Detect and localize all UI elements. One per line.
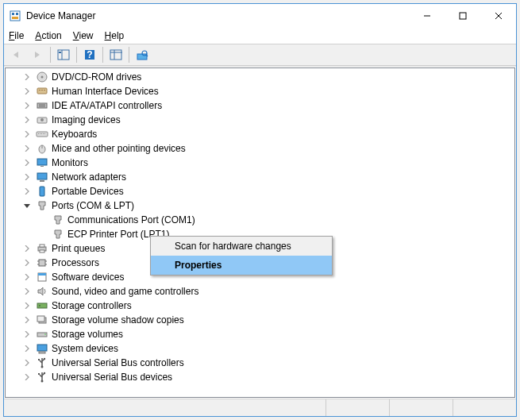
expand-icon[interactable]	[21, 272, 33, 283]
svg-rect-25	[37, 103, 47, 108]
expand-icon[interactable]	[21, 171, 33, 183]
ctx-properties[interactable]: Properties	[151, 256, 332, 275]
collapse-icon[interactable]	[21, 200, 33, 211]
context-menu: Scan for hardware changes Properties	[150, 236, 333, 276]
expand-icon[interactable]	[21, 286, 33, 297]
scan-hardware-button[interactable]	[133, 46, 152, 64]
menubar: File Action View Help	[4, 28, 516, 44]
svg-rect-10	[59, 52, 61, 53]
app-icon	[9, 10, 21, 22]
svg-rect-44	[40, 245, 44, 247]
svg-rect-40	[37, 173, 47, 179]
mouse-icon	[36, 142, 48, 155]
tree-node-hid[interactable]: Human Interface Devices	[6, 84, 514, 98]
expand-icon[interactable]	[21, 129, 33, 140]
toolbar-separator	[102, 47, 103, 63]
expand-icon[interactable]	[21, 314, 33, 326]
expand-icon[interactable]	[21, 86, 33, 97]
minimize-button[interactable]	[409, 4, 445, 28]
printer-icon	[36, 242, 48, 255]
svg-rect-31	[38, 133, 39, 134]
maximize-button[interactable]	[445, 4, 480, 28]
tree-label: Print queues	[52, 243, 105, 254]
titlebar: Device Manager	[4, 4, 516, 28]
forward-button	[28, 46, 47, 64]
status-segment	[325, 399, 389, 416]
ctx-scan-hardware[interactable]: Scan for hardware changes	[151, 237, 332, 256]
svg-text:?: ?	[87, 49, 92, 60]
tree-node-volumes[interactable]: Storage volumes	[6, 327, 514, 341]
usb-icon	[36, 356, 48, 369]
expand-icon[interactable]	[21, 300, 33, 311]
svg-rect-2	[16, 13, 18, 15]
svg-rect-52	[38, 273, 46, 276]
tree-node-keyboards[interactable]: Keyboards	[6, 127, 514, 141]
tree-label: Software devices	[52, 272, 124, 283]
tree-node-monitors[interactable]: Monitors	[6, 156, 514, 170]
svg-rect-38	[37, 159, 47, 165]
content-area: DVD/CD-ROM drives Human Interface Device…	[4, 66, 516, 399]
menu-action[interactable]: Action	[35, 30, 61, 41]
tree-node-storagectl[interactable]: Storage controllers	[6, 299, 514, 313]
tree-label: Imaging devices	[52, 114, 121, 125]
show-hide-tree-button[interactable]	[54, 46, 73, 64]
svg-point-62	[41, 366, 44, 368]
menu-view[interactable]: View	[73, 30, 94, 41]
help-button[interactable]: ?	[80, 46, 99, 64]
svg-point-29	[40, 118, 44, 121]
tree-label: Communications Port (COM1)	[67, 214, 195, 225]
tree-node-shadow[interactable]: Storage volume shadow copies	[6, 313, 514, 327]
tree-node-sound[interactable]: Sound, video and game controllers	[6, 284, 514, 299]
svg-rect-53	[37, 303, 47, 308]
shadow-icon	[36, 314, 48, 326]
expand-icon[interactable]	[21, 329, 33, 340]
expand-icon[interactable]	[21, 157, 33, 168]
svg-rect-42	[40, 187, 44, 196]
menu-help[interactable]: Help	[105, 30, 125, 41]
expand-icon[interactable]	[21, 243, 33, 254]
expand-icon[interactable]	[21, 143, 33, 154]
tree-node-imaging[interactable]: Imaging devices	[6, 113, 514, 127]
expand-icon[interactable]	[21, 372, 33, 383]
tree-node-system[interactable]: System devices	[6, 341, 514, 356]
system-icon	[36, 342, 48, 355]
toolbar-separator	[50, 47, 51, 63]
expand-icon[interactable]	[21, 100, 33, 111]
tree-node-ide[interactable]: IDE ATA/ATAPI controllers	[6, 98, 514, 113]
tree-label: Network adapters	[52, 171, 126, 183]
tree-node-dvd[interactable]: DVD/CD-ROM drives	[6, 70, 514, 84]
storage-ctl-icon	[36, 299, 48, 312]
svg-point-54	[39, 305, 40, 306]
device-tree[interactable]: DVD/CD-ROM drives Human Interface Device…	[5, 67, 515, 398]
monitor-icon	[36, 156, 48, 169]
expand-icon[interactable]	[21, 71, 33, 83]
expand-icon[interactable]	[21, 343, 33, 354]
svg-rect-60	[39, 352, 45, 353]
cpu-icon	[36, 256, 48, 269]
tree-label: Storage volume shadow copies	[52, 314, 184, 326]
back-button	[7, 46, 26, 64]
tree-label: Keyboards	[52, 129, 97, 140]
expand-icon[interactable]	[21, 186, 33, 197]
expand-icon[interactable]	[21, 114, 33, 125]
tree-node-usbctl[interactable]: Universal Serial Bus controllers	[6, 356, 514, 370]
toolbar-separator	[76, 47, 77, 63]
svg-point-66	[41, 380, 44, 383]
tree-node-mice[interactable]: Mice and other pointing devices	[6, 141, 514, 156]
hid-icon	[36, 85, 48, 98]
tree-node-network[interactable]: Network adapters	[6, 170, 514, 184]
ide-icon	[36, 99, 48, 112]
tree-node-ports[interactable]: Ports (COM & LPT)	[6, 198, 514, 213]
expand-icon[interactable]	[21, 257, 33, 268]
tree-node-com1[interactable]: Communications Port (COM1)	[6, 213, 514, 227]
properties-toolbar-button[interactable]	[106, 46, 125, 64]
tree-label: Ports (COM & LPT)	[52, 200, 134, 211]
tree-label: Human Interface Devices	[52, 86, 159, 97]
tree-node-usbdev[interactable]: Universal Serial Bus devices	[6, 370, 514, 384]
expand-icon[interactable]	[21, 357, 33, 368]
tree-label: Universal Serial Bus controllers	[52, 357, 184, 368]
tree-node-portable[interactable]: Portable Devices	[6, 184, 514, 198]
svg-rect-24	[44, 90, 45, 91]
menu-file[interactable]: File	[9, 30, 24, 41]
close-button[interactable]	[480, 4, 516, 28]
